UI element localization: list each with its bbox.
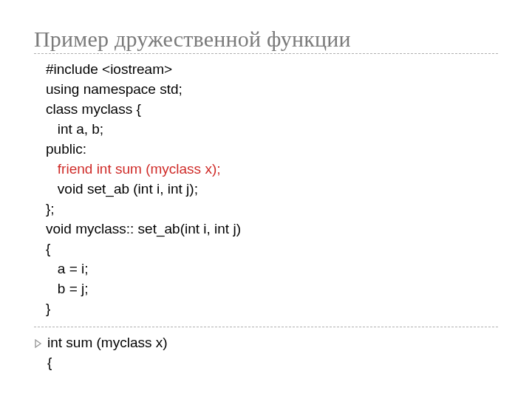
chevron-right-icon — [34, 338, 43, 351]
code-line: class myclass { — [46, 101, 141, 117]
code-line: public: — [46, 141, 86, 157]
code-line: } — [46, 301, 50, 316]
slide-title: Пример дружественной функции — [34, 27, 498, 52]
code-line: b = j; — [46, 281, 89, 296]
section-divider — [34, 327, 498, 327]
code-line-highlight: friend int sum (myclass x); — [46, 161, 221, 177]
slide: Пример дружественной функции #include <i… — [0, 0, 532, 399]
bullet-item: int sum (myclass x) { — [34, 333, 498, 373]
svg-marker-0 — [35, 340, 41, 347]
code-line: { — [46, 241, 50, 256]
bullet-text: int sum (myclass x) { — [47, 333, 168, 373]
code-line: }; — [46, 201, 55, 216]
code-line: a = i; — [46, 261, 89, 276]
code-line: void set_ab (int i, int j); — [46, 181, 198, 197]
code-line: #include <iostream> — [46, 61, 172, 77]
code-line: void myclass:: set_ab(int i, int j) — [46, 221, 241, 236]
code-line: int a, b; — [46, 121, 103, 137]
title-underline — [34, 53, 498, 54]
code-line: using namespace std; — [46, 81, 183, 97]
code-line: { — [47, 355, 52, 370]
code-line: int sum (myclass x) — [47, 335, 168, 350]
code-body: #include <iostream> using namespace std;… — [34, 60, 498, 319]
